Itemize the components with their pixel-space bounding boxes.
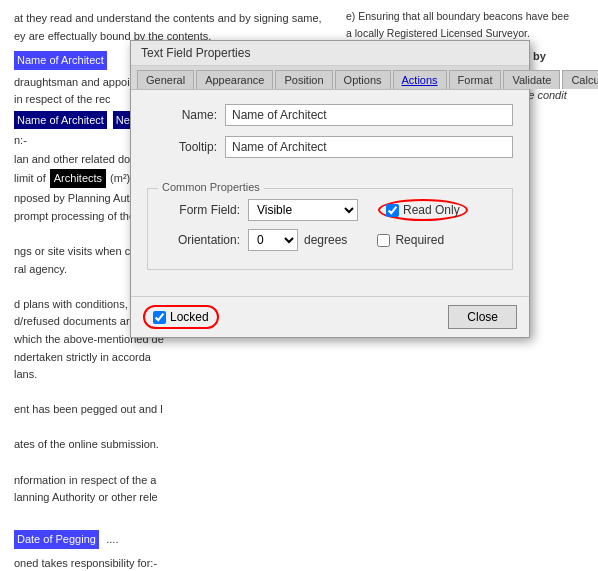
required-checkbox[interactable]: [377, 234, 390, 247]
name-label: Name:: [147, 108, 217, 122]
dialog-body: Name: Tooltip: Common Properties Form Fi…: [131, 90, 529, 296]
close-button[interactable]: Close: [448, 305, 517, 329]
tooltip-row: Tooltip:: [147, 136, 513, 158]
name-field-blue[interactable]: Name of Architect: [14, 111, 107, 130]
architects-box: Architects: [50, 169, 106, 189]
tooltip-input[interactable]: [225, 136, 513, 158]
read-only-label: Read Only: [403, 203, 460, 217]
tab-format[interactable]: Format: [449, 70, 502, 89]
orientation-select[interactable]: 0: [248, 229, 298, 251]
dialog-tabs: General Appearance Position Options Acti…: [131, 66, 529, 90]
locked-checkbox-area: Locked: [143, 305, 219, 329]
locked-label: Locked: [170, 310, 209, 324]
tab-validate[interactable]: Validate: [503, 70, 560, 89]
tab-options[interactable]: Options: [335, 70, 391, 89]
architect-field-highlight[interactable]: Name of Architect: [14, 51, 107, 70]
tab-general[interactable]: General: [137, 70, 194, 89]
name-input[interactable]: [225, 104, 513, 126]
tab-position[interactable]: Position: [275, 70, 332, 89]
name-row: Name:: [147, 104, 513, 126]
tab-appearance[interactable]: Appearance: [196, 70, 273, 89]
tab-calculate[interactable]: Calculate: [562, 70, 598, 89]
date-pegging-field[interactable]: Date of Pegging: [14, 530, 99, 549]
required-checkbox-row: Required: [377, 233, 444, 247]
orientation-row: Orientation: 0 degrees Required: [160, 229, 500, 251]
form-field-row: Form Field: Visible Read Only: [160, 199, 500, 221]
common-properties-section: Common Properties Form Field: Visible Re…: [147, 188, 513, 270]
required-label: Required: [395, 233, 444, 247]
dialog-title: Text Field Properties: [141, 46, 250, 60]
form-field-label: Form Field:: [160, 203, 240, 217]
text-field-properties-dialog: Text Field Properties General Appearance…: [130, 40, 530, 338]
common-props-title: Common Properties: [158, 181, 264, 193]
required-area: Required: [377, 233, 444, 247]
dialog-title-bar: Text Field Properties: [131, 41, 529, 66]
read-only-area: Read Only: [378, 199, 468, 221]
tooltip-label: Tooltip:: [147, 140, 217, 154]
read-only-checkbox-row: Read Only: [378, 199, 468, 221]
tab-actions[interactable]: Actions: [393, 70, 447, 89]
locked-checkbox[interactable]: [153, 311, 166, 324]
form-field-select[interactable]: Visible: [248, 199, 358, 221]
read-only-checkbox[interactable]: [386, 204, 399, 217]
dialog-footer: Locked Close: [131, 296, 529, 337]
orientation-label: Orientation:: [160, 233, 240, 247]
degrees-label: degrees: [304, 233, 347, 247]
